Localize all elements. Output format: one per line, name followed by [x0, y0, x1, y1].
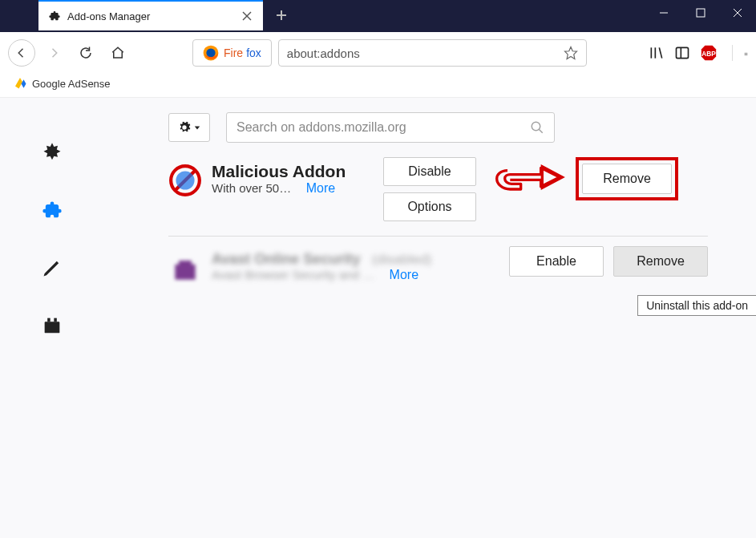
sidebar-plugins[interactable]	[38, 311, 67, 340]
sidebar-icon[interactable]	[674, 45, 690, 61]
tools-gear-button[interactable]	[168, 113, 210, 142]
addon-buttons-row: Enable Remove	[509, 246, 708, 277]
annotation-highlight-box: Remove	[576, 157, 678, 200]
window-maximize-button[interactable]	[682, 0, 719, 26]
browser-tab[interactable]: Add-ons Manager	[38, 0, 263, 30]
bookmark-star-icon[interactable]	[564, 46, 578, 60]
svg-marker-10	[564, 47, 576, 59]
addon-icon-generic	[168, 253, 202, 286]
sidebar-recommendations[interactable]	[38, 138, 67, 167]
tab-favicon-puzzle-icon	[48, 10, 61, 22]
forward-button[interactable]	[40, 39, 67, 67]
addon-name: Avast Online Security	[212, 251, 360, 267]
addon-icon-blocked	[168, 164, 202, 197]
svg-rect-21	[45, 322, 60, 333]
svg-rect-22	[47, 318, 51, 322]
url-container: Firefox	[192, 39, 587, 67]
addon-description: With over 50…	[212, 181, 291, 195]
category-sidebar	[0, 98, 104, 538]
svg-line-13	[659, 47, 661, 58]
addons-search-input[interactable]	[237, 120, 530, 135]
addon-more-link[interactable]: More	[306, 181, 335, 195]
svg-point-29	[176, 171, 194, 189]
addons-search[interactable]	[226, 112, 555, 143]
addon-row-avast: Avast Online Security (disabled) Avast B…	[168, 237, 708, 301]
url-input[interactable]	[287, 47, 564, 60]
bookmarks-bar: Google AdSense	[0, 74, 756, 98]
svg-rect-14	[677, 47, 689, 58]
remove-button[interactable]: Remove	[582, 164, 672, 194]
window-minimize-button[interactable]	[645, 0, 682, 26]
tab-close-button[interactable]	[241, 10, 253, 22]
addon-row-malicious: Malicious Addon With over 50… More Disab…	[168, 154, 708, 237]
svg-line-26	[539, 129, 543, 133]
options-button[interactable]: Options	[383, 192, 476, 221]
svg-rect-5	[697, 9, 705, 17]
bookmark-google-adsense[interactable]: Google AdSense	[8, 74, 115, 97]
hamburger-menu-button[interactable]	[732, 45, 748, 61]
window-close-button[interactable]	[719, 0, 756, 26]
firefox-logo-icon	[203, 45, 219, 61]
svg-point-25	[532, 122, 540, 131]
adblock-plus-icon[interactable]: ABP	[700, 44, 718, 62]
addon-disabled-tag: (disabled)	[372, 252, 432, 267]
bookmark-label: Google AdSense	[32, 78, 111, 90]
window-controls	[645, 0, 756, 26]
tooltip-uninstall: Uninstall this add-on	[637, 295, 756, 316]
remove-button[interactable]: Remove	[613, 246, 708, 277]
addons-main: Malicious Addon With over 50… More Disab…	[104, 98, 756, 538]
addon-more-link[interactable]: More	[390, 268, 418, 281]
gear-icon	[178, 121, 191, 134]
home-button[interactable]	[104, 39, 131, 67]
addon-description: Avast Browser Security and …	[212, 268, 374, 281]
caret-down-icon	[194, 124, 200, 131]
window-titlebar: Add-ons Manager	[0, 0, 756, 32]
addon-name: Malicious Addon	[212, 162, 372, 181]
svg-marker-24	[195, 126, 200, 129]
disable-button[interactable]: Disable	[383, 157, 476, 186]
svg-text:ABP: ABP	[701, 51, 716, 58]
adsense-icon	[13, 75, 27, 92]
annotation-hand-pointer-icon	[487, 157, 568, 197]
toolbar-right: ABP	[649, 44, 748, 62]
addons-topbar	[168, 112, 708, 143]
reload-button[interactable]	[72, 39, 99, 67]
addon-info: Malicious Addon With over 50… More	[212, 157, 372, 196]
new-tab-button[interactable]	[269, 3, 293, 27]
navigation-toolbar: Firefox ABP	[0, 32, 756, 74]
svg-point-9	[206, 48, 215, 57]
sidebar-extensions[interactable]	[38, 196, 67, 225]
addon-buttons-col: Disable Options	[383, 157, 476, 221]
identity-brand-a: Fire	[224, 47, 243, 59]
addon-info: Avast Online Security (disabled) Avast B…	[212, 246, 452, 282]
sidebar-themes[interactable]	[38, 253, 67, 282]
url-bar[interactable]	[278, 39, 587, 67]
addons-content: Malicious Addon With over 50… More Disab…	[0, 98, 756, 538]
enable-button[interactable]: Enable	[509, 246, 604, 277]
back-button[interactable]	[8, 39, 35, 67]
search-icon	[530, 120, 544, 135]
svg-rect-23	[54, 318, 57, 322]
identity-brand-b: fox	[246, 47, 261, 59]
identity-box[interactable]: Firefox	[192, 39, 272, 67]
tab-title: Add-ons Manager	[67, 10, 241, 22]
library-icon[interactable]	[649, 45, 665, 61]
